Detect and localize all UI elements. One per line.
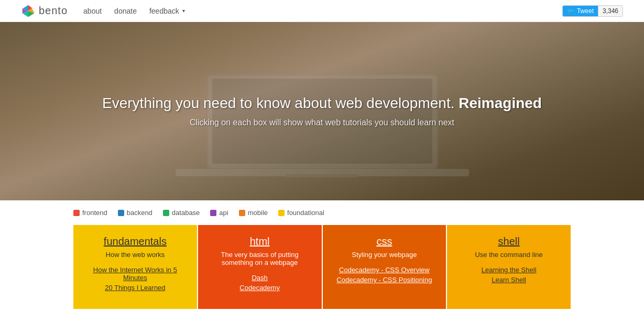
link-how-internet-works[interactable]: How the Internet Works in 5 Minutes <box>82 266 189 282</box>
cards-section: fundamentals How the web works How the I… <box>0 225 644 325</box>
card-html-links: Dash Codecademy <box>239 274 280 292</box>
card-fundamentals-links: How the Internet Works in 5 Minutes 20 T… <box>82 266 189 292</box>
link-codecademy-css-overview[interactable]: Codecademy - CSS Overview <box>336 266 432 274</box>
link-dash[interactable]: Dash <box>239 274 280 282</box>
card-shell-subtitle: Use the command line <box>475 251 542 259</box>
tweet-count: 3,346 <box>598 6 623 16</box>
link-codecademy-css-positioning[interactable]: Codecademy - CSS Positioning <box>336 276 432 284</box>
navbar: bento about donate feedback ▾ 🐦 Tweet 3,… <box>0 0 644 22</box>
card-fundamentals-title: fundamentals <box>104 235 167 248</box>
database-dot <box>163 210 169 216</box>
nav-about[interactable]: about <box>83 7 102 15</box>
frontend-dot <box>73 210 80 216</box>
legend-foundational: foundational <box>278 209 324 217</box>
card-css-links: Codecademy - CSS Overview Codecademy - C… <box>336 266 432 284</box>
link-codecademy-html[interactable]: Codecademy <box>239 284 280 292</box>
card-html-subtitle: The very basics of putting something on … <box>206 251 313 266</box>
card-shell[interactable]: shell Use the command line Learning the … <box>447 225 571 309</box>
mobile-dot <box>239 210 245 216</box>
link-learn-shell[interactable]: Learn Shell <box>482 276 537 284</box>
card-css[interactable]: css Styling your webpage Codecademy - CS… <box>323 225 446 309</box>
legend-mobile: mobile <box>239 209 268 217</box>
legend-frontend: frontend <box>73 209 107 217</box>
hero-title: Everything you need to know about web de… <box>102 95 542 112</box>
card-fundamentals[interactable]: fundamentals How the web works How the I… <box>73 225 197 309</box>
logo[interactable]: bento <box>21 4 68 18</box>
legend-database: database <box>163 209 200 217</box>
legend-api: api <box>210 209 228 217</box>
hero-content: Everything you need to know about web de… <box>102 95 542 127</box>
card-shell-title: shell <box>498 235 520 248</box>
logo-text: bento <box>39 5 68 17</box>
legend-backend: backend <box>118 209 152 217</box>
nav-links: about donate feedback ▾ <box>83 7 562 15</box>
logo-icon <box>21 4 36 18</box>
nav-donate[interactable]: donate <box>114 7 137 15</box>
card-html[interactable]: html The very basics of putting somethin… <box>198 225 322 309</box>
hero-subtitle: Clicking on each box will show what web … <box>102 118 542 127</box>
link-learning-the-shell[interactable]: Learning the Shell <box>482 266 537 274</box>
backend-dot <box>118 210 124 216</box>
api-dot <box>210 210 216 216</box>
laptop-illustration <box>165 64 479 200</box>
card-css-subtitle: Styling your webpage <box>352 251 417 259</box>
foundational-dot <box>278 210 285 216</box>
tweet-btn-blue: 🐦 Tweet <box>563 6 598 16</box>
card-html-title: html <box>250 235 270 248</box>
hero-section: Everything you need to know about web de… <box>0 22 644 200</box>
card-fundamentals-subtitle: How the web works <box>106 251 165 259</box>
nav-feedback[interactable]: feedback ▾ <box>149 7 185 15</box>
svg-rect-10 <box>286 174 359 177</box>
tweet-button[interactable]: 🐦 Tweet 3,346 <box>562 5 623 17</box>
chevron-down-icon: ▾ <box>182 8 185 14</box>
card-shell-links: Learning the Shell Learn Shell <box>482 266 537 284</box>
card-css-title: css <box>376 235 392 248</box>
link-20-things[interactable]: 20 Things I Learned <box>82 284 189 292</box>
twitter-icon: 🐦 <box>567 7 575 15</box>
legend: frontend backend database api mobile fou… <box>0 200 644 225</box>
